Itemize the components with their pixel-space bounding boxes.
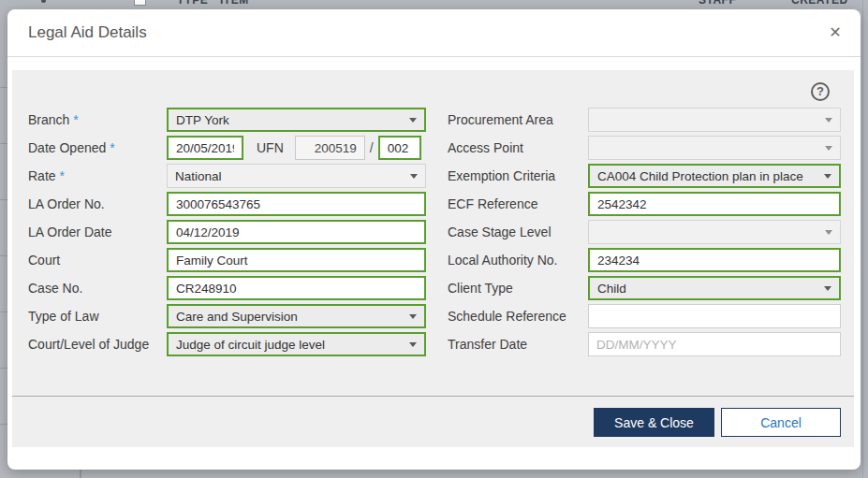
transfer-date-label: Transfer Date <box>448 337 527 352</box>
type-of-law-label: Type of Law <box>28 309 99 324</box>
chevron-down-icon <box>824 174 831 179</box>
bg-row-line <box>0 424 7 425</box>
ecf-reference-label: ECF Reference <box>448 196 537 211</box>
schedule-reference-label: Schedule Reference <box>448 309 566 324</box>
right-input-column: CA004 Child Protection plan in place Chi… <box>588 106 841 358</box>
transfer-date-input[interactable] <box>588 332 841 356</box>
bg-table-checkbox[interactable] <box>134 0 146 6</box>
access-point-label: Access Point <box>448 140 523 155</box>
left-label-column: Branch* Date Opened* Rate* LA Order No. … <box>28 106 165 358</box>
chevron-down-icon <box>824 286 831 291</box>
bg-list-bullet <box>41 0 46 3</box>
rate-label: Rate* <box>28 168 65 183</box>
ecf-reference-input[interactable] <box>588 192 841 216</box>
case-no-label: Case No. <box>28 281 82 296</box>
case-stage-level-select[interactable] <box>588 220 841 244</box>
schedule-reference-input[interactable] <box>588 304 841 328</box>
court-level-of-judge-label: Court/Level of Judge <box>28 337 149 352</box>
la-order-date-label: LA Order Date <box>28 225 112 239</box>
date-opened-input[interactable] <box>167 136 243 160</box>
bg-row-line <box>0 255 7 256</box>
bg-row-line <box>0 143 7 144</box>
client-type-select[interactable]: Child <box>588 276 841 300</box>
date-opened-label: Date Opened* <box>28 140 115 155</box>
close-icon[interactable]: ✕ <box>823 21 847 45</box>
exemption-criteria-select[interactable]: CA004 Child Protection plan in place <box>588 164 841 188</box>
required-marker: * <box>110 140 114 155</box>
court-level-of-judge-select[interactable]: Judge of circuit judge level <box>167 332 426 356</box>
exemption-criteria-label: Exemption Criteria <box>448 168 555 183</box>
procurement-area-select[interactable] <box>588 108 841 132</box>
left-input-column: DTP York UFN / National <box>167 106 426 358</box>
local-authority-no-label: Local Authority No. <box>448 253 558 268</box>
bg-table-divider <box>80 470 81 478</box>
dialog-header: Legal Aid Details ✕ <box>7 9 861 57</box>
help-icon[interactable]: ? <box>811 82 830 101</box>
required-marker: * <box>60 168 65 183</box>
chevron-down-icon <box>825 118 832 123</box>
chevron-down-icon <box>825 146 832 151</box>
page: { "background": { "headers": ["TYPE", "I… <box>0 0 868 478</box>
la-order-no-label: LA Order No. <box>28 196 105 211</box>
chevron-down-icon <box>410 174 418 179</box>
chevron-down-icon <box>409 118 417 123</box>
dialog-footer: Save & Close Cancel <box>12 396 854 447</box>
type-of-law-select[interactable]: Care and Supervision <box>167 304 426 328</box>
ufn-input <box>295 136 365 160</box>
procurement-area-label: Procurement Area <box>448 112 553 127</box>
bg-row-line <box>0 311 7 312</box>
bg-row-line <box>0 199 7 200</box>
bg-row-line <box>0 87 7 88</box>
client-type-label: Client Type <box>448 281 513 296</box>
bg-column-header-type: TYPE <box>177 0 208 7</box>
access-point-select[interactable] <box>588 136 841 160</box>
court-label: Court <box>28 253 60 268</box>
bg-table-divider <box>862 0 863 478</box>
bg-column-header-created: CREATED <box>791 0 848 7</box>
ufn-sequence-input[interactable] <box>378 136 421 160</box>
la-order-no-input[interactable] <box>167 192 426 216</box>
la-order-date-input[interactable] <box>167 220 426 244</box>
case-no-input[interactable] <box>167 276 426 300</box>
branch-select[interactable]: DTP York <box>167 108 426 132</box>
required-marker: * <box>73 112 78 127</box>
bg-column-header-staff: STAFF <box>699 0 736 7</box>
chevron-down-icon <box>825 230 832 235</box>
chevron-down-icon <box>409 342 417 347</box>
case-stage-level-label: Case Stage Level <box>448 225 552 239</box>
bg-column-header-item: ITEM <box>220 0 249 7</box>
right-label-column: Procurement Area Access Point Exemption … <box>448 106 586 358</box>
local-authority-no-input[interactable] <box>588 248 841 272</box>
dialog-title: Legal Aid Details <box>28 23 147 42</box>
legal-aid-details-dialog: Legal Aid Details ✕ ? Branch* Date Opene… <box>7 9 861 470</box>
bg-row-line <box>0 368 7 369</box>
ufn-label: UFN <box>257 140 284 155</box>
dialog-body-panel: ? Branch* Date Opened* Rate* LA Order No… <box>12 70 854 447</box>
save-and-close-button[interactable]: Save & Close <box>594 408 714 437</box>
rate-select[interactable]: National <box>167 164 426 188</box>
branch-label: Branch* <box>28 112 79 127</box>
ufn-separator: / <box>370 140 374 155</box>
chevron-down-icon <box>409 314 417 319</box>
cancel-button[interactable]: Cancel <box>721 408 841 437</box>
court-input[interactable] <box>167 248 426 272</box>
